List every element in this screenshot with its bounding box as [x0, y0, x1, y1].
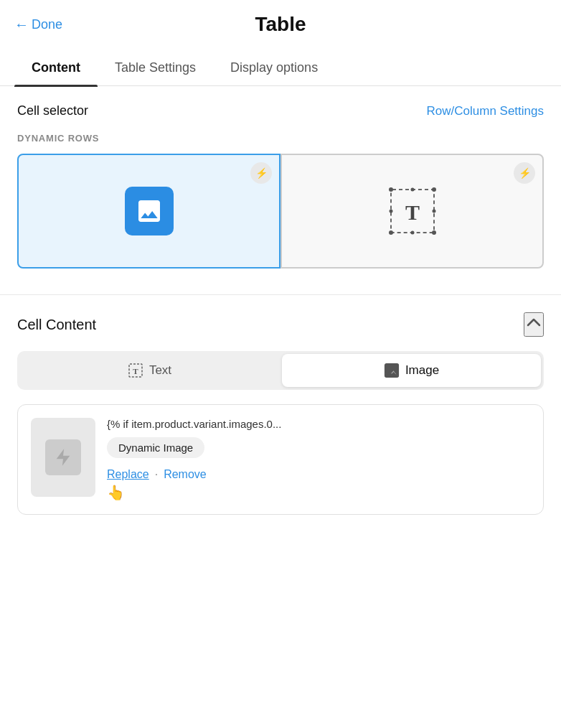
svg-point-1 [389, 187, 393, 192]
cell-selector-label: Cell selector [17, 103, 88, 118]
image-card: {% if item.product.variant.images.0... D… [17, 404, 544, 515]
action-separator: · [155, 468, 158, 481]
image-thumbnail [31, 418, 95, 497]
svg-text:T: T [133, 367, 138, 375]
image-icon [135, 197, 164, 225]
divider [0, 294, 561, 295]
cursor-indicator: 👆 [107, 484, 125, 501]
tab-content[interactable]: Content [14, 50, 98, 85]
cell-selector-row: Cell selector Row/Column Settings [17, 103, 544, 118]
image-cell-card[interactable]: ⚡ [17, 154, 280, 269]
row-column-settings-button[interactable]: Row/Column Settings [427, 104, 544, 118]
back-arrow-icon: ← [14, 17, 29, 33]
image-actions: Replace · Remove [107, 468, 530, 481]
image-cell-lightning-badge: ⚡ [250, 162, 272, 184]
content-area: Cell selector Row/Column Settings DYNAMI… [0, 86, 561, 532]
toggle-image-label: Image [405, 363, 439, 378]
done-label: Done [32, 17, 62, 32]
svg-text:T: T [405, 200, 419, 224]
content-toggle: T Text Image [17, 351, 544, 390]
dynamic-image-badge: Dynamic Image [107, 437, 204, 458]
lightning-icon: ⚡ [255, 167, 268, 179]
image-cell-icon-block [125, 187, 174, 235]
svg-point-8 [432, 210, 435, 213]
tab-bar: Content Table Settings Display options [0, 50, 561, 86]
text-frame-icon: T [384, 182, 441, 240]
text-cell-card[interactable]: ⚡ T [280, 154, 544, 269]
done-button[interactable]: ← Done [14, 17, 62, 33]
cell-content-header: Cell Content [17, 312, 544, 337]
svg-point-3 [389, 230, 393, 235]
cell-content-title: Cell Content [17, 317, 96, 333]
remove-button[interactable]: Remove [164, 468, 207, 481]
svg-point-6 [410, 231, 414, 235]
svg-point-4 [432, 230, 436, 235]
image-toggle-icon [384, 363, 400, 378]
svg-point-2 [432, 187, 436, 192]
collapse-button[interactable] [524, 312, 544, 337]
toggle-text-button[interactable]: T Text [20, 354, 279, 387]
page-title: Table [255, 13, 306, 36]
tab-table-settings[interactable]: Table Settings [98, 50, 213, 85]
lightning-placeholder-icon [53, 447, 73, 467]
image-template-text: {% if item.product.variant.images.0... [107, 418, 530, 430]
svg-marker-14 [57, 449, 70, 465]
dynamic-rows-grid: ⚡ ⚡ [17, 154, 544, 269]
text-cell-icon-block: T [384, 182, 441, 240]
tab-display-options[interactable]: Display options [213, 50, 335, 85]
replace-button[interactable]: Replace [107, 468, 149, 481]
toggle-text-label: Text [149, 363, 171, 378]
image-info: {% if item.product.variant.images.0... D… [107, 418, 530, 501]
lightning-icon-2: ⚡ [519, 167, 531, 179]
chevron-up-icon [525, 314, 542, 331]
header: ← Done Table [0, 0, 561, 45]
text-toggle-icon: T [128, 363, 143, 378]
toggle-image-button[interactable]: Image [282, 354, 541, 387]
text-cell-lightning-badge: ⚡ [514, 162, 535, 184]
dynamic-rows-section-label: DYNAMIC ROWS [17, 133, 544, 144]
svg-point-5 [410, 188, 414, 192]
image-thumb-inner [45, 439, 81, 475]
svg-point-7 [389, 210, 392, 213]
